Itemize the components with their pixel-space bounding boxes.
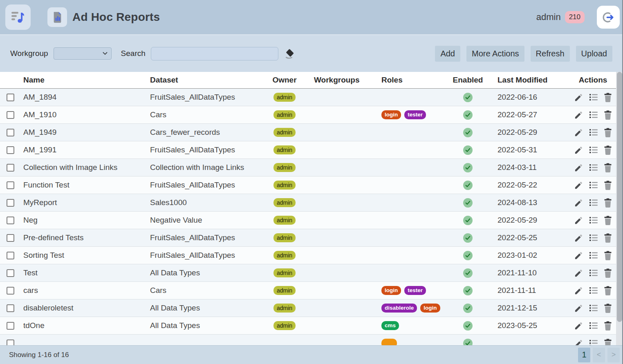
page-number-button[interactable]: 1 <box>578 348 590 362</box>
report-name: AM_1991 <box>17 145 143 154</box>
details-list-icon[interactable] <box>589 199 598 207</box>
details-list-icon[interactable] <box>589 251 598 259</box>
delete-trash-icon[interactable] <box>604 128 612 137</box>
edit-pencil-icon[interactable] <box>574 198 583 208</box>
details-list-icon[interactable] <box>589 322 598 330</box>
report-dataset: All Data Types <box>143 304 262 313</box>
toolbar-buttons: AddMore ActionsRefreshUpload <box>435 46 612 62</box>
row-checkbox[interactable] <box>7 322 14 330</box>
row-checkbox[interactable] <box>7 129 14 136</box>
username-label: admin <box>536 12 561 22</box>
scrollbar-thumb[interactable] <box>617 72 622 322</box>
delete-trash-icon[interactable] <box>604 268 612 278</box>
details-list-icon[interactable] <box>589 163 598 172</box>
row-checkbox[interactable] <box>7 304 14 312</box>
owner-badge: admin <box>273 216 296 225</box>
edit-pencil-icon[interactable] <box>574 128 583 137</box>
delete-trash-icon[interactable] <box>604 339 612 346</box>
column-header-workgroups[interactable]: Workgroups <box>307 76 375 85</box>
last-modified: 2022-05-25 <box>487 233 563 242</box>
logout-button[interactable] <box>597 6 620 29</box>
delete-trash-icon[interactable] <box>604 163 612 172</box>
row-checkbox[interactable] <box>7 287 14 295</box>
enabled-check-icon <box>463 128 473 137</box>
refresh-button[interactable]: Refresh <box>531 46 570 62</box>
delete-trash-icon[interactable] <box>604 286 612 295</box>
details-list-icon[interactable] <box>589 304 598 312</box>
details-list-icon[interactable] <box>589 146 598 154</box>
prev-page-button[interactable]: < <box>593 348 605 362</box>
search-input[interactable] <box>151 47 278 60</box>
delete-trash-icon[interactable] <box>604 110 612 120</box>
last-modified: 2024-03-11 <box>487 163 563 172</box>
row-checkbox[interactable] <box>7 234 14 242</box>
details-list-icon[interactable] <box>589 181 598 189</box>
edit-pencil-icon[interactable] <box>574 268 583 278</box>
edit-pencil-icon[interactable] <box>574 233 583 243</box>
details-list-icon[interactable] <box>589 286 598 295</box>
column-header-actions[interactable]: Actions <box>563 76 623 85</box>
enabled-check-icon <box>463 93 473 102</box>
edit-pencil-icon[interactable] <box>574 110 583 120</box>
column-header-owner[interactable]: Owner <box>262 76 307 85</box>
delete-trash-icon[interactable] <box>604 233 612 243</box>
details-list-icon[interactable] <box>589 128 598 136</box>
delete-trash-icon[interactable] <box>604 181 612 190</box>
details-list-icon[interactable] <box>589 111 598 119</box>
column-header-dataset[interactable]: Dataset <box>143 76 262 85</box>
report-dataset: Cars <box>143 110 262 119</box>
edit-pencil-icon[interactable] <box>574 251 583 260</box>
edit-pencil-icon[interactable] <box>574 216 583 225</box>
details-list-icon[interactable] <box>589 216 598 224</box>
row-checkbox[interactable] <box>7 199 14 207</box>
row-checkbox[interactable] <box>7 269 14 277</box>
edit-pencil-icon[interactable] <box>574 304 583 313</box>
edit-pencil-icon[interactable] <box>574 321 583 331</box>
delete-trash-icon[interactable] <box>604 145 612 155</box>
delete-trash-icon[interactable] <box>604 321 612 331</box>
row-checkbox[interactable] <box>7 181 14 189</box>
role-badge-login: login <box>381 110 401 119</box>
workgroup-select[interactable] <box>54 47 112 60</box>
edit-pencil-icon[interactable] <box>574 93 583 102</box>
row-checkbox[interactable] <box>7 217 14 224</box>
row-checkbox[interactable] <box>7 94 14 101</box>
table-header-row: NameDatasetOwnerWorkgroupsRolesEnabledLa… <box>0 72 623 89</box>
next-page-button[interactable]: > <box>607 348 620 362</box>
edit-pencil-icon[interactable] <box>574 286 583 295</box>
row-checkbox[interactable] <box>7 252 14 259</box>
column-header-last-modified[interactable]: Last Modified <box>487 76 563 85</box>
last-modified: 2022-05-31 <box>487 145 563 154</box>
details-list-icon[interactable] <box>589 269 598 277</box>
details-list-icon[interactable] <box>589 93 598 101</box>
last-modified: 2023-05-25 <box>487 321 563 330</box>
more-actions-button[interactable]: More Actions <box>466 46 524 62</box>
delete-trash-icon[interactable] <box>604 251 612 260</box>
edit-pencil-icon[interactable] <box>574 181 583 190</box>
edit-pencil-icon[interactable] <box>574 163 583 172</box>
table-row: Test All Data Types admin 2021-11-10 <box>0 264 623 282</box>
page-icon-tile <box>47 7 67 27</box>
row-checkbox[interactable] <box>7 111 14 119</box>
delete-trash-icon[interactable] <box>604 216 612 225</box>
eraser-icon[interactable] <box>284 48 295 59</box>
delete-trash-icon[interactable] <box>604 198 612 208</box>
row-checkbox[interactable] <box>7 164 14 172</box>
app-logo-button[interactable] <box>5 4 31 30</box>
details-list-icon[interactable] <box>589 339 598 345</box>
delete-trash-icon[interactable] <box>604 304 612 313</box>
column-header-roles[interactable]: Roles <box>375 76 448 85</box>
add-button[interactable]: Add <box>435 46 460 62</box>
report-name: Sorting Test <box>17 251 143 260</box>
column-header-name[interactable]: Name <box>17 76 143 85</box>
report-dataset: Cars_fewer_records <box>143 128 262 137</box>
edit-pencil-icon[interactable] <box>574 145 583 155</box>
details-list-icon[interactable] <box>589 234 598 242</box>
row-checkbox[interactable] <box>7 339 14 346</box>
column-header-enabled[interactable]: Enabled <box>448 76 487 85</box>
row-checkbox[interactable] <box>7 146 14 154</box>
edit-pencil-icon[interactable] <box>574 339 583 346</box>
enabled-check-icon <box>463 163 473 172</box>
delete-trash-icon[interactable] <box>604 93 612 102</box>
upload-button[interactable]: Upload <box>576 46 612 62</box>
